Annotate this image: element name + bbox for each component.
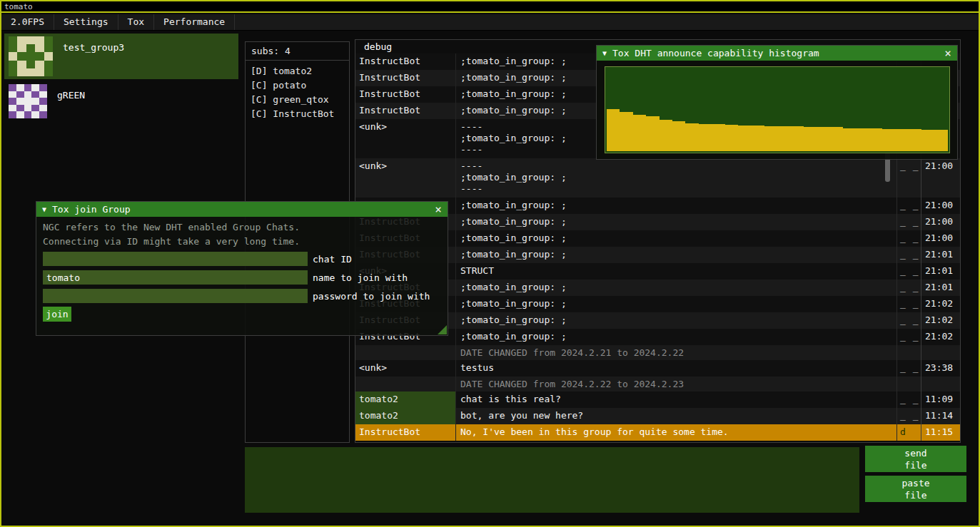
histogram-bar [869, 128, 882, 151]
join-field-row: chat ID [43, 252, 352, 266]
join-group-title: Tox join Group [52, 204, 131, 215]
message-flags: _ _ [897, 408, 921, 424]
chat-message-row[interactable]: tomato2bot, are you new here?_ _11:14 [355, 408, 960, 424]
histogram-bar [817, 127, 829, 151]
dht-histogram-title: Tox DHT announce capability histogram [612, 48, 819, 58]
send-file-button[interactable]: send file [865, 446, 966, 472]
histogram-bar [790, 126, 803, 151]
member-item--d-tomato2[interactable]: [D] tomato2 [246, 64, 349, 78]
join-password-label: password to join with [313, 291, 430, 302]
join-password-input[interactable] [43, 289, 308, 303]
chat-message-row[interactable]: InstructBotNo, I've been in this group f… [355, 424, 960, 441]
join-name-input[interactable] [43, 270, 308, 285]
message-text: bot, are you new here? [456, 408, 897, 424]
message-flags: _ _ [897, 296, 921, 312]
message-time: 21:01 [921, 263, 960, 280]
chat-id-label: chat ID [313, 254, 352, 265]
message-text: chat is this real? [456, 392, 897, 408]
histogram-bar [856, 128, 869, 151]
histogram-bar [909, 129, 921, 151]
message-time: 11:09 [921, 392, 960, 408]
member-item--c-green-qtox[interactable]: [C] green_qtox [246, 93, 349, 107]
chat-message-row[interactable]: <unk>testus_ _23:38 [355, 360, 960, 377]
sender-name: InstructBot [355, 424, 456, 441]
histogram-bar [699, 124, 712, 151]
app-window: tomato 2.0FPSSettingsToxPerformance test… [0, 0, 980, 527]
join-button[interactable]: join [43, 307, 71, 322]
window-titlebar: tomato [1, 1, 979, 13]
histogram-bar [896, 129, 909, 151]
sender-name: <unk> [355, 119, 456, 158]
subs-panel: subs: 4 [245, 41, 350, 61]
dht-histogram-titlebar[interactable]: ▼ Tox DHT announce capability histogram … [597, 46, 957, 61]
message-flags [897, 345, 921, 360]
message-flags: _ _ [897, 230, 921, 247]
chat-message-row[interactable]: DATE CHANGED from 2024.2.21 to 2024.2.22 [355, 345, 960, 360]
message-flags [897, 377, 921, 392]
message-flags: _ _ [897, 214, 921, 230]
group-avatar [9, 84, 47, 118]
histogram-bar [712, 124, 724, 151]
menu-item-tox[interactable]: Tox [118, 14, 154, 30]
histogram-bar [921, 130, 934, 151]
collapse-icon[interactable]: ▼ [42, 205, 46, 213]
message-time: 21:02 [921, 296, 960, 312]
sender-name: tomato2 [355, 408, 456, 424]
menu-bar: 2.0FPSSettingsToxPerformance [1, 14, 979, 31]
chat-message-row[interactable]: tomato2chat is this real?_ _11:09 [355, 392, 960, 408]
paste-file-button[interactable]: paste file [865, 476, 966, 502]
histogram-bar [633, 115, 646, 151]
chat-id-input[interactable] [43, 252, 308, 266]
member-item--c-potato[interactable]: [C] potato [246, 78, 349, 93]
sender-name [355, 345, 456, 360]
group-name: gREEN [57, 90, 85, 121]
close-icon[interactable]: × [435, 204, 442, 215]
message-flags: _ _ [897, 312, 921, 329]
message-text: ;tomato_in_group: ; [456, 214, 897, 230]
histogram-bar [607, 109, 620, 151]
message-flags: _ _ [897, 392, 921, 408]
join-group-dialog: ▼ Tox join Group × NGC refers to the New… [36, 201, 448, 336]
histogram-bar [660, 120, 672, 151]
message-flags: _ _ [897, 329, 921, 345]
group-item-test_group3[interactable]: test_group3 [4, 34, 238, 79]
sender-name: InstructBot [355, 86, 456, 103]
message-flags: _ _ [897, 360, 921, 377]
message-text: STRUCT [456, 263, 897, 280]
menu-item-settings[interactable]: Settings [54, 14, 118, 30]
join-group-titlebar[interactable]: ▼ Tox join Group × [36, 202, 448, 217]
subs-count-label: subs: 4 [251, 46, 291, 56]
message-time: 21:02 [921, 312, 960, 329]
message-text: ;tomato_in_group: ; [456, 247, 897, 263]
chat-header-label: debug [364, 41, 392, 52]
histogram-bar [843, 128, 856, 151]
message-time: 11:14 [921, 408, 960, 424]
histogram-bar [882, 129, 895, 151]
member-item--c-instructbot[interactable]: [C] InstructBot [246, 107, 349, 121]
resize-grip[interactable] [438, 325, 447, 334]
message-text: ;tomato_in_group: ; [456, 329, 897, 345]
message-text: ;tomato_in_group: ; [456, 312, 897, 329]
message-time [921, 345, 960, 360]
chat-message-row[interactable]: <unk>---- ;tomato_in_group: ; ----_ _21:… [355, 158, 960, 198]
window-title: tomato [4, 2, 33, 11]
menu-item-performance[interactable]: Performance [154, 14, 235, 30]
group-item-green[interactable]: gREEN [4, 81, 238, 121]
message-text: ;tomato_in_group: ; [456, 296, 897, 312]
chat-message-row[interactable]: DATE CHANGED from 2024.2.22 to 2024.2.23 [355, 377, 960, 392]
message-flags: _ _ [897, 158, 921, 198]
group-list: test_group3gREEN [4, 34, 238, 123]
close-icon[interactable]: × [944, 48, 951, 59]
message-time: 21:00 [921, 230, 960, 247]
histogram-bar [804, 127, 817, 151]
group-avatar [9, 36, 53, 76]
message-text: ;tomato_in_group: ; [456, 230, 897, 247]
histogram-bar [725, 125, 738, 151]
histogram-bar [738, 126, 751, 151]
sender-name: tomato2 [355, 392, 456, 408]
message-text: No, I've been in this group for quite so… [456, 424, 897, 441]
collapse-icon[interactable]: ▼ [602, 49, 607, 57]
sender-name: <unk> [355, 158, 456, 198]
join-field-row: name to join with [43, 270, 408, 285]
message-input[interactable] [245, 447, 859, 513]
